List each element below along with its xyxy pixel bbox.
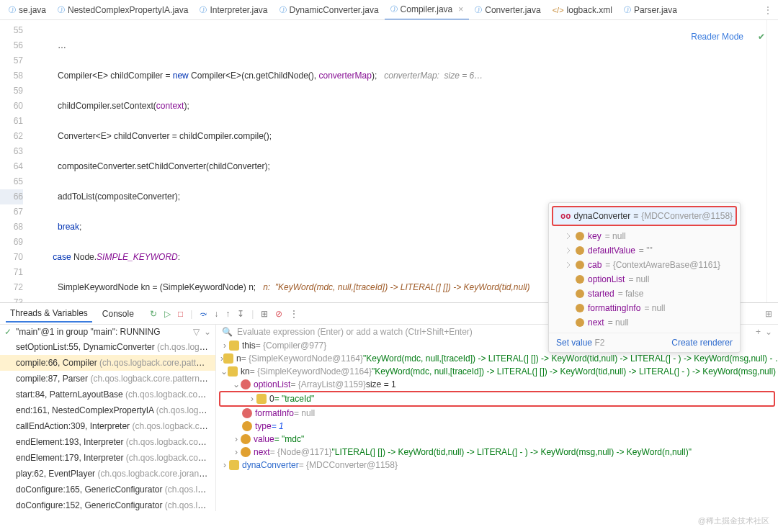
close-icon[interactable]: × (458, 4, 463, 14)
frame-row-selected[interactable]: compile:66, Compiler (ch.qos.logback.cor… (0, 355, 215, 371)
resume-icon[interactable]: ▷ (164, 309, 171, 319)
var-row[interactable]: type = 1 (216, 420, 778, 433)
java-icon: Ⓙ (9, 5, 16, 15)
field-icon (576, 232, 584, 240)
frame-row[interactable]: start:84, PatternLayoutBase (ch.qos.logb… (0, 387, 215, 402)
tab[interactable]: ⒿNestedComplexPropertyIA.java (52, 0, 194, 20)
frame-row[interactable]: end:161, NestedComplexPropertyIA (ch.qos… (0, 402, 215, 418)
field-icon (242, 421, 252, 431)
field-icon (576, 246, 584, 255)
frame-row[interactable]: compile:87, Parser (ch.qos.logback.core.… (0, 371, 215, 387)
frame-row[interactable]: doConfigure:152, GenericConfigurator (ch… (0, 497, 215, 511)
field-icon (576, 261, 584, 269)
evaluate-icon[interactable]: ⊞ (261, 309, 268, 319)
var-row[interactable]: ›dynaConverter = {MDCConverter@1158} (216, 459, 778, 472)
filter-icon[interactable]: ▽ (193, 327, 200, 337)
search-icon: 🔍 (222, 327, 233, 337)
tab[interactable]: ⒿParser.java (618, 0, 683, 20)
java-icon: Ⓙ (280, 5, 287, 15)
tab[interactable]: ⒿConverter.java (469, 0, 546, 20)
thread-selector[interactable]: ✓ "main"@1 in group "main": RUNNING ▽ ⌄ (0, 325, 215, 339)
var-row[interactable]: formatInfo = null (216, 407, 778, 420)
java-icon: Ⓙ (58, 5, 65, 15)
editor-tabs: Ⓙse.java ⒿNestedComplexPropertyIA.java Ⓙ… (0, 0, 778, 20)
java-icon: Ⓙ (200, 5, 207, 15)
run-to-cursor-icon[interactable]: ↧ (237, 309, 244, 319)
chevron-down-icon[interactable]: ⌄ (204, 327, 211, 337)
var-row[interactable]: ›next = {Node@1171} "LITERAL(] []) -> Ke… (216, 446, 778, 459)
tab-active[interactable]: ⒿCompiler.java× (385, 0, 470, 20)
field-icon (241, 447, 251, 457)
check-icon: ✔ (758, 32, 765, 42)
java-icon: Ⓙ (475, 5, 482, 15)
java-icon: Ⓙ (390, 4, 398, 14)
object-icon: oo (560, 211, 571, 221)
stop-icon[interactable]: □ (178, 309, 183, 319)
popup-field[interactable]: formattingInfo = null (549, 301, 740, 315)
popup-field[interactable]: optionList = null (549, 272, 740, 287)
object-icon (223, 353, 233, 364)
xml-icon: </> (553, 6, 564, 14)
layout-icon[interactable]: ⊞ (765, 309, 772, 319)
value-inspector-popup: oo dynaConverter = {MDCConverter@1158} k… (548, 202, 741, 353)
field-icon (576, 304, 584, 312)
tab[interactable]: Ⓙse.java (3, 0, 52, 20)
frame-row[interactable]: endElement:179, Interpreter (ch.qos.logb… (0, 450, 215, 466)
tab[interactable]: </>logback.xml (547, 0, 618, 20)
var-row[interactable]: ›value = "mdc" (216, 433, 778, 446)
reader-mode-label[interactable]: Reader Mode (691, 32, 743, 42)
tabs-overflow[interactable]: ⋮ (764, 5, 778, 15)
check-icon: ✓ (4, 327, 12, 337)
step-out-icon[interactable]: ↑ (225, 309, 230, 319)
create-renderer-link[interactable]: Create renderer (671, 338, 733, 348)
var-row-highlighted[interactable]: ›0 = "traceId" (219, 391, 775, 407)
chevron-down-icon[interactable]: ⌄ (765, 327, 772, 337)
add-watch-icon[interactable]: + (756, 327, 761, 337)
debug-tab-threads[interactable]: Threads & Variables (6, 305, 92, 323)
rerun-icon[interactable]: ↻ (150, 309, 157, 319)
chevron-right-icon (565, 247, 572, 254)
marker-stripe[interactable] (766, 20, 778, 302)
tab[interactable]: ⒿInterpreter.java (194, 0, 273, 20)
frame-row[interactable]: play:62, EventPlayer (ch.qos.logback.cor… (0, 466, 215, 482)
chevron-right-icon (565, 233, 572, 240)
watermark: @稀土掘金技术社区 (698, 515, 769, 526)
object-icon (229, 460, 239, 470)
var-row[interactable]: ⌄optionList = {ArrayList@1159} size = 1 (216, 378, 778, 391)
mute-bp-icon[interactable]: ⊘ (275, 309, 282, 319)
field-icon (242, 408, 252, 418)
field-icon (576, 318, 584, 327)
frame-row[interactable]: endElement:193, Interpreter (ch.qos.logb… (0, 434, 215, 450)
object-icon (228, 366, 238, 377)
popup-field[interactable]: defaultValue = "" (549, 243, 740, 258)
chevron-right-icon (565, 261, 572, 269)
field-icon (241, 434, 251, 444)
field-icon (576, 289, 584, 298)
step-over-icon[interactable]: ⤼ (200, 309, 207, 319)
popup-header[interactable]: oo dynaConverter = {MDCConverter@1158} (552, 206, 737, 226)
popup-field[interactable]: started = false (549, 287, 740, 301)
object-icon (229, 341, 239, 351)
frames-panel: ✓ "main"@1 in group "main": RUNNING ▽ ⌄ … (0, 325, 216, 511)
frame-row[interactable]: setOptionList:55, DynamicConverter (ch.q… (0, 339, 215, 355)
popup-field[interactable]: cab = {ContextAwareBase@1161} (549, 258, 740, 272)
debug-toolbar: ↻ ▷ □ | ⤼ ↓ ↑ ↧ | ⊞ ⊘ ⋮ (150, 309, 299, 319)
java-icon: Ⓙ (624, 5, 631, 15)
item-icon (256, 394, 267, 404)
frame-row[interactable]: callEndAction:309, Interpreter (ch.qos.l… (0, 418, 215, 434)
more-icon[interactable]: ⋮ (290, 309, 298, 319)
frame-row[interactable]: doConfigure:165, GenericConfigurator (ch… (0, 482, 215, 497)
debug-tab-console[interactable]: Console (98, 306, 138, 322)
tab[interactable]: ⒿDynamicConverter.java (274, 0, 385, 20)
popup-field[interactable]: next = null (549, 315, 740, 330)
var-row[interactable]: ›n = {SimpleKeywordNode@1164} "KeyWord(m… (216, 352, 778, 365)
var-row[interactable]: ⌄kn = {SimpleKeywordNode@1164} "KeyWord(… (216, 365, 778, 378)
gutter: 55565758596061626364656667686970717273 (0, 20, 29, 302)
field-icon (576, 275, 584, 284)
step-into-icon[interactable]: ↓ (214, 309, 218, 319)
set-value-link[interactable]: Set value (556, 338, 592, 348)
popup-field[interactable]: key = null (549, 229, 740, 243)
field-icon (241, 379, 251, 389)
